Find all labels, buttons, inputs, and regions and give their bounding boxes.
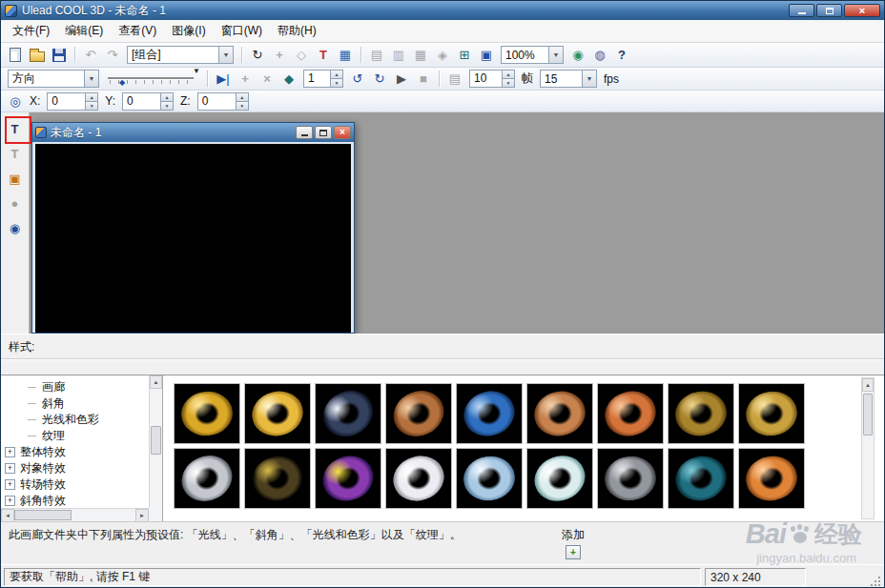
wireframe-button[interactable]: ◈ bbox=[432, 46, 453, 65]
expand-plus-icon[interactable]: + bbox=[5, 463, 15, 474]
show-grid-button[interactable]: ⊞ bbox=[454, 46, 475, 65]
gallery-thumbnail-torus-dark-teal[interactable] bbox=[668, 448, 734, 509]
menu-item-2[interactable]: 查看(V) bbox=[111, 20, 164, 42]
rotate-object-tool[interactable]: ↻ bbox=[247, 46, 268, 65]
attributes-button[interactable]: ◆ bbox=[278, 70, 299, 89]
tree-item-3[interactable]: 纹理 bbox=[1, 428, 148, 444]
expand-plus-icon[interactable]: + bbox=[5, 496, 15, 506]
gallery-thumbnail-torus-navy-glossy[interactable] bbox=[315, 383, 381, 444]
tree-item-7[interactable]: +斜角特效 bbox=[1, 493, 148, 507]
child-maximize-button[interactable] bbox=[315, 126, 332, 139]
move-object-tool[interactable]: + bbox=[269, 46, 290, 65]
rotate-cw-button[interactable]: ↻ bbox=[369, 70, 390, 89]
gallery-thumbnail-torus-bronze[interactable] bbox=[668, 383, 734, 444]
spin-down-icon[interactable]: ▼ bbox=[161, 102, 173, 110]
texture-button[interactable]: ▦ bbox=[335, 46, 356, 65]
slider-thumb-icon[interactable]: ▼ bbox=[193, 67, 200, 75]
tree-item-4[interactable]: +整体特效 bbox=[1, 444, 148, 460]
gallery-vertical-scrollbar[interactable]: ▲ ▼ bbox=[861, 377, 875, 519]
gallery-thumbnail-torus-orange-mottled[interactable] bbox=[738, 448, 805, 509]
gallery-thumbnail-torus-gold-beaded[interactable] bbox=[738, 383, 805, 444]
spin-down-icon[interactable]: ▼ bbox=[503, 79, 514, 87]
insert-graphics-button[interactable]: ▣ bbox=[5, 168, 26, 189]
tree-vertical-scrollbar[interactable]: ▲ ▼ bbox=[149, 375, 162, 508]
add-button[interactable]: 添加 + bbox=[552, 527, 594, 559]
web-links-button[interactable]: ◉ bbox=[5, 217, 26, 238]
gallery-thumbnail-torus-copper-mottled[interactable] bbox=[526, 383, 593, 444]
undo-button[interactable]: ↶ bbox=[80, 46, 101, 65]
menu-item-4[interactable]: 窗口(W) bbox=[214, 20, 270, 42]
render-draft-button[interactable]: ▤ bbox=[366, 46, 387, 65]
gallery-thumbnail-torus-copper[interactable] bbox=[385, 383, 452, 444]
new-button[interactable] bbox=[5, 46, 26, 65]
group-combo[interactable]: [组合]▼ bbox=[127, 46, 234, 64]
scroll-left-button[interactable]: ◄ bbox=[1, 509, 14, 522]
chevron-down-icon[interactable]: ▼ bbox=[582, 71, 596, 87]
gallery-thumbnail-torus-silver-checkered[interactable] bbox=[174, 448, 240, 509]
tree-item-1[interactable]: 斜角 bbox=[1, 395, 148, 412]
animation-bar-button[interactable]: ▤ bbox=[444, 70, 465, 89]
close-button[interactable]: × bbox=[844, 4, 880, 17]
rotate-ccw-button[interactable]: ↺ bbox=[347, 70, 368, 89]
spin-up-icon[interactable]: ▲ bbox=[503, 71, 514, 79]
x-spinner[interactable]: 0▲▼ bbox=[47, 92, 98, 111]
save-button[interactable] bbox=[49, 46, 70, 65]
tree-horizontal-scrollbar[interactable]: ◄ ► bbox=[1, 508, 149, 521]
insert-geometry-button[interactable]: ● bbox=[5, 193, 26, 213]
gallery-thumbnail-torus-black-gold-spots[interactable] bbox=[244, 448, 311, 509]
y-spinner[interactable]: 0▲▼ bbox=[122, 92, 174, 111]
chevron-down-icon[interactable]: ▼ bbox=[84, 71, 98, 87]
gallery-thumbnail-torus-gold-glossy[interactable] bbox=[244, 383, 311, 444]
child-close-button[interactable]: × bbox=[334, 126, 351, 139]
gallery-thumbnail-torus-blue-mottled[interactable] bbox=[456, 383, 523, 444]
menu-item-0[interactable]: 文件(F) bbox=[5, 20, 57, 42]
spin-up-icon[interactable]: ▲ bbox=[86, 93, 97, 102]
spin-up-icon[interactable]: ▲ bbox=[237, 93, 248, 102]
gallery-thumbnail-torus-orange-rock[interactable] bbox=[597, 383, 664, 444]
gallery-thumbnail-torus-mosaic-multicolor[interactable] bbox=[315, 448, 381, 509]
redo-button[interactable]: ↷ bbox=[102, 46, 123, 65]
tree-item-6[interactable]: +转场特效 bbox=[1, 476, 148, 493]
gallery-thumbnail-torus-white-glossy[interactable] bbox=[385, 448, 452, 509]
stop-button[interactable]: ■ bbox=[413, 70, 434, 89]
scrollbar-track[interactable] bbox=[72, 509, 135, 521]
menu-item-1[interactable]: 编辑(E) bbox=[57, 20, 111, 42]
render-best-button[interactable]: ▦ bbox=[410, 46, 431, 65]
frame-slider[interactable]: ▼◆ bbox=[108, 70, 197, 89]
scroll-right-button[interactable]: ► bbox=[135, 509, 149, 522]
fps-combo[interactable]: 15▼ bbox=[540, 70, 597, 88]
export-video-button[interactable]: ◍ bbox=[589, 46, 610, 65]
tree-item-0[interactable]: 画廊 bbox=[1, 379, 148, 395]
maximize-button[interactable] bbox=[816, 4, 842, 17]
add-keyframe-button[interactable]: + bbox=[235, 70, 256, 89]
spin-down-icon[interactable]: ▼ bbox=[331, 79, 342, 87]
minimize-button[interactable] bbox=[789, 4, 814, 17]
spin-up-icon[interactable]: ▲ bbox=[161, 93, 173, 102]
scroll-up-button[interactable]: ▲ bbox=[150, 375, 162, 389]
scale-object-tool[interactable]: ◇ bbox=[291, 46, 312, 65]
safe-frame-button[interactable]: ▣ bbox=[476, 46, 497, 65]
child-titlebar[interactable]: 未命名 - 1 × bbox=[32, 123, 354, 142]
total-frames-spinner[interactable]: 10▲▼ bbox=[469, 70, 515, 88]
resize-grip[interactable] bbox=[869, 575, 881, 587]
child-minimize-button[interactable] bbox=[296, 126, 313, 139]
text-color-button[interactable]: T bbox=[313, 46, 334, 65]
scrollbar-thumb[interactable] bbox=[863, 394, 873, 436]
gallery-thumbnail-torus-gold[interactable] bbox=[174, 383, 240, 444]
export-gif-button[interactable]: ◉ bbox=[567, 46, 588, 65]
spin-down-icon[interactable]: ▼ bbox=[237, 102, 248, 110]
position-mode-icon[interactable]: ◎ bbox=[5, 91, 26, 111]
zoom-combo[interactable]: 100%▼ bbox=[501, 46, 564, 64]
open-button[interactable] bbox=[27, 46, 48, 65]
direction-combo[interactable]: 方向▼ bbox=[8, 70, 99, 88]
chevron-down-icon[interactable]: ▼ bbox=[218, 47, 233, 63]
delete-keyframe-button[interactable]: × bbox=[257, 70, 278, 89]
expand-plus-icon[interactable]: + bbox=[5, 447, 15, 457]
scrollbar-thumb[interactable] bbox=[151, 426, 161, 455]
play-button[interactable]: ▶ bbox=[391, 70, 412, 89]
gallery-thumbnail-torus-sky-blue[interactable] bbox=[456, 448, 523, 509]
render-normal-button[interactable]: ▥ bbox=[388, 46, 409, 65]
z-spinner[interactable]: 0▲▼ bbox=[197, 92, 249, 111]
gallery-thumbnail-torus-steel-bolts[interactable] bbox=[597, 448, 664, 509]
3d-canvas[interactable] bbox=[35, 144, 351, 333]
